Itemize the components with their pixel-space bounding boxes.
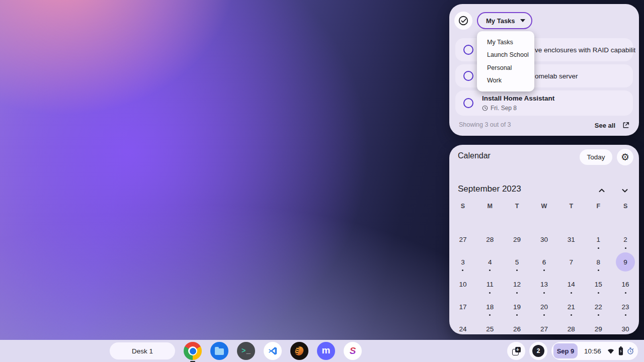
day-number: 15 xyxy=(589,275,608,294)
task-due-label: Fri. Sep 8 xyxy=(491,105,517,112)
open-in-new-icon xyxy=(622,121,630,129)
calendar-day[interactable]: 14 xyxy=(557,273,585,296)
calendar-day[interactable]: 23 xyxy=(612,296,639,318)
calendar-day[interactable]: 7 xyxy=(557,251,585,274)
day-number: 16 xyxy=(616,275,635,294)
dropdown-item-personal[interactable]: Personal xyxy=(477,61,534,74)
tray-date[interactable]: Sep 9 xyxy=(553,343,578,358)
day-number: 2 xyxy=(616,230,635,249)
calendar-day[interactable]: 5 xyxy=(504,251,531,274)
task-complete-radio[interactable] xyxy=(463,98,473,108)
terminal-icon[interactable]: >_ xyxy=(237,342,255,360)
calendar-day[interactable]: 12 xyxy=(504,273,531,296)
day-number: 30 xyxy=(616,320,635,334)
status-tray[interactable]: Sep 9 10:56 xyxy=(551,342,638,360)
mastodon-icon[interactable]: m xyxy=(317,342,335,360)
calendar-day[interactable]: 29 xyxy=(504,228,531,251)
calendar-day[interactable]: 30 xyxy=(531,228,558,251)
task-row[interactable]: Install Home Assistant Fri. Sep 8 xyxy=(455,90,633,116)
previous-month-button[interactable] xyxy=(598,187,606,195)
weekday-label: S xyxy=(612,201,639,211)
task-due-date: Fri. Sep 8 xyxy=(482,105,517,112)
task-complete-radio[interactable] xyxy=(463,45,473,55)
task-list-dropdown-menu: My Tasks Launch School Personal Work xyxy=(477,31,534,92)
calendar-day[interactable]: 13 xyxy=(531,273,558,296)
tasks-summary: Showing 3 out of 3 xyxy=(459,121,511,128)
weekday-label: T xyxy=(557,201,585,211)
calendar-day[interactable]: 21 xyxy=(557,296,585,318)
task-list-selector[interactable]: My Tasks xyxy=(477,12,532,29)
day-number: 26 xyxy=(508,320,527,334)
day-number: 22 xyxy=(589,297,608,316)
day-number: 9 xyxy=(616,252,635,272)
calendar-day[interactable]: 26 xyxy=(504,318,531,334)
next-month-button[interactable] xyxy=(621,187,629,195)
calendar-day[interactable]: 27 xyxy=(531,318,558,334)
shelf-apps: >_ m S xyxy=(184,342,362,360)
calendar-day[interactable]: 4 xyxy=(476,251,504,274)
day-number: 6 xyxy=(534,252,553,272)
weekday-label: M xyxy=(476,201,504,211)
today-button[interactable]: Today xyxy=(580,149,612,165)
calendar-day[interactable]: 27 xyxy=(449,228,476,251)
calendar-day[interactable]: 11 xyxy=(476,273,504,296)
calendar-day[interactable]: 20 xyxy=(531,296,558,318)
tasks-widget: My Tasks ve enclosures with RAID capabil… xyxy=(449,4,639,136)
clock-icon xyxy=(482,105,488,111)
month-label: September 2023 xyxy=(458,184,521,194)
tasks-logo xyxy=(454,12,472,30)
day-number: 28 xyxy=(480,230,500,249)
weekday-label: F xyxy=(585,201,612,211)
day-number: 7 xyxy=(561,252,581,272)
day-number: 28 xyxy=(561,320,581,334)
weekday-label: T xyxy=(504,201,531,211)
calendar-day[interactable]: 28 xyxy=(476,228,504,251)
dropdown-item-work[interactable]: Work xyxy=(477,74,534,87)
calendar-day[interactable]: 17 xyxy=(449,296,476,318)
wifi-icon xyxy=(607,347,615,355)
calendar-day[interactable]: 25 xyxy=(476,318,504,334)
files-icon[interactable] xyxy=(210,342,228,360)
calendar-day[interactable]: 19 xyxy=(504,296,531,318)
calendar-day[interactable]: 29 xyxy=(585,318,612,334)
check-circle-icon xyxy=(458,15,469,26)
weekday-label: W xyxy=(531,201,558,211)
day-number: 1 xyxy=(589,230,608,249)
task-title: omelab server xyxy=(535,72,578,80)
calendar-day-selected[interactable]: 9 xyxy=(612,251,639,274)
battery-charging-icon xyxy=(618,346,623,355)
dropdown-item-my-tasks[interactable]: My Tasks xyxy=(477,36,534,49)
s-logo-app-icon[interactable]: S xyxy=(344,342,362,360)
task-complete-radio[interactable] xyxy=(463,71,473,81)
screen-capture-button[interactable]: + xyxy=(507,342,525,360)
calendar-day[interactable]: 10 xyxy=(449,273,476,296)
folder-glyph xyxy=(215,348,224,355)
calendar-day[interactable]: 16 xyxy=(612,273,639,296)
desk-button[interactable]: Desk 1 xyxy=(110,342,175,359)
calendar-day[interactable]: 18 xyxy=(476,296,504,318)
calendar-day[interactable]: 8 xyxy=(585,251,612,274)
calendar-day[interactable]: 6 xyxy=(531,251,558,274)
see-all-button[interactable]: See all xyxy=(595,121,630,129)
calendar-title: Calendar xyxy=(458,151,491,160)
notification-counter[interactable]: 2 xyxy=(529,342,547,360)
dark-orange-app-icon[interactable] xyxy=(290,342,308,360)
calendar-day[interactable]: 15 xyxy=(585,273,612,296)
chevron-up-icon xyxy=(598,187,606,195)
calendar-day[interactable]: 31 xyxy=(557,228,585,251)
day-number: 4 xyxy=(480,252,500,272)
calendar-day[interactable]: 3 xyxy=(449,251,476,274)
vscode-icon[interactable] xyxy=(264,342,282,360)
task-title: Install Home Assistant xyxy=(482,95,554,102)
calendar-day[interactable]: 1 xyxy=(585,228,612,251)
day-number: 29 xyxy=(508,230,527,249)
calendar-day[interactable]: 22 xyxy=(585,296,612,318)
shelf: Desk 1 >_ m S + 2 Sep 9 10: xyxy=(0,340,644,362)
chrome-icon[interactable] xyxy=(184,342,202,360)
calendar-settings-button[interactable]: ⚙ xyxy=(617,149,633,165)
calendar-day[interactable]: 28 xyxy=(557,318,585,334)
calendar-day[interactable]: 2 xyxy=(612,228,639,251)
see-all-label: See all xyxy=(595,122,615,129)
dropdown-item-launch-school[interactable]: Launch School xyxy=(477,49,534,62)
day-number: 25 xyxy=(480,320,500,334)
